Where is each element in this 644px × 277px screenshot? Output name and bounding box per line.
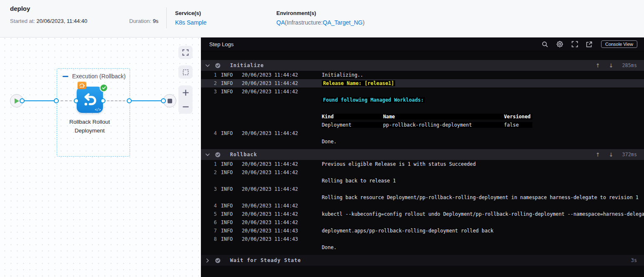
- log-settings-button[interactable]: [556, 40, 564, 48]
- section-title: Wait for Steady State: [230, 257, 631, 263]
- log-row: 4INFO20/06/2023 11:44:42: [201, 129, 644, 137]
- log-row: 5INFO20/06/2023 11:44:42kubectl --kubeco…: [201, 210, 644, 218]
- log-message: Found following Managed Workloads:: [322, 97, 425, 103]
- step-logs-panel: Step Logs: [201, 37, 644, 277]
- port: [20, 98, 25, 103]
- step-node-label[interactable]: Rollback Rollout Deployment: [60, 117, 119, 135]
- infrastructure-prefix: (Infrastructure:: [285, 19, 323, 26]
- zoom-in-button[interactable]: [178, 85, 193, 100]
- service-link[interactable]: K8s Sample: [175, 19, 206, 26]
- edge-start-to-group: [22, 100, 56, 101]
- services-block: Service(s) K8s Sample: [175, 10, 206, 26]
- open-in-new-tab-button[interactable]: [586, 41, 592, 47]
- chevron-right-icon[interactable]: [205, 258, 210, 263]
- canvas-select-button[interactable]: [178, 65, 193, 79]
- section-duration: 285ms: [622, 62, 637, 68]
- log-message: Previous eligible Release is 1 with stat…: [322, 161, 476, 167]
- status-success-icon: [215, 152, 221, 157]
- play-icon: [15, 98, 19, 104]
- log-search-button[interactable]: [542, 41, 548, 47]
- workload-table-header: KindNameVersioned: [322, 114, 532, 120]
- log-row: 7INFO20/06/2023 11:44:43deployment.apps/…: [201, 227, 644, 235]
- log-row: Rolling back to release 1: [201, 177, 644, 185]
- duration-value: 9s: [153, 18, 158, 24]
- minus-icon: [182, 106, 189, 108]
- log-section-header-rollback[interactable]: Rollback ↑ ↓ 372ms: [201, 149, 644, 160]
- log-section-header-initialize[interactable]: Initialize ↑ ↓ 285ms: [201, 60, 644, 71]
- zoom-out-button[interactable]: [178, 100, 193, 114]
- rollout-step-badge-icon: [78, 82, 86, 89]
- section-gap: [201, 252, 644, 255]
- fullscreen-icon: [182, 49, 189, 56]
- log-rows-initialize: 1INFO20/06/2023 11:44:42Initializing..2I…: [201, 71, 644, 146]
- started-at-label: Started at:: [10, 18, 35, 24]
- log-message: Done.: [322, 139, 337, 145]
- scroll-to-top-icon[interactable]: ↑: [596, 152, 600, 158]
- log-row: Rolling back resource Deployment/pp-roll…: [201, 193, 644, 202]
- collapse-minus-icon[interactable]: [63, 76, 68, 77]
- log-row: 3INFO20/06/2023 11:44:42: [201, 87, 644, 96]
- log-rows-rollback: 1INFO20/06/2023 11:44:42Previous eligibl…: [201, 160, 644, 252]
- environment-name[interactable]: QA: [276, 19, 285, 26]
- canvas-fullscreen-button[interactable]: [178, 46, 193, 59]
- infrastructure-link[interactable]: QA_Target_NG: [323, 19, 363, 26]
- infrastructure-suffix: ): [363, 19, 365, 26]
- external-link-icon: [586, 41, 592, 47]
- chevron-down-icon[interactable]: [205, 63, 210, 68]
- rollback-step-node[interactable]: </>: [77, 87, 103, 113]
- services-label: Service(s): [175, 10, 206, 16]
- port: [74, 98, 79, 103]
- scroll-to-top-icon[interactable]: ↑: [596, 62, 600, 69]
- section-duration: 372ms: [622, 152, 637, 157]
- pipeline-canvas[interactable]: Execution (Rollback) </>: [0, 37, 201, 277]
- code-glyph: </>: [95, 108, 101, 112]
- log-row: Done.: [201, 243, 644, 252]
- log-row: 2INFO20/06/2023 11:44:42Release Name: [r…: [201, 79, 644, 87]
- scroll-to-bottom-icon[interactable]: ↓: [609, 62, 614, 69]
- step-logs-title: Step Logs: [209, 41, 542, 47]
- log-row: Deploymentpp-rollback-rolling-deployment…: [201, 121, 644, 129]
- log-row: 3INFO20/06/2023 11:44:42: [201, 185, 644, 193]
- log-message: Rolling back resource Deployment/pp-roll…: [322, 195, 639, 200]
- log-row: 8INFO20/06/2023 11:44:43: [201, 235, 644, 243]
- environments-label: Environment(s): [276, 10, 365, 16]
- chevron-down-icon[interactable]: [205, 152, 210, 157]
- duration-label: Duration:: [129, 18, 151, 24]
- scroll-to-bottom-icon[interactable]: ↓: [609, 152, 614, 158]
- log-message: Release Name: [release1]: [322, 80, 395, 86]
- log-fullscreen-button[interactable]: [571, 41, 578, 47]
- execution-header: deploy Started at: 20/06/2023, 11:44:40 …: [0, 0, 644, 37]
- environments-block: Environment(s) QA(Infrastructure:QA_Targ…: [276, 10, 365, 26]
- port: [54, 98, 59, 103]
- rollback-arrow-icon: [80, 90, 100, 110]
- log-message: Done.: [322, 245, 337, 250]
- edge-group-to-end: [129, 100, 163, 101]
- log-row: 6INFO20/06/2023 11:44:42: [201, 218, 644, 227]
- gear-icon: [556, 40, 564, 48]
- log-message: deployment.apps/pp-rollback-rolling-depl…: [322, 228, 494, 234]
- step-logs-toolbar: Console View: [542, 40, 637, 48]
- started-at: Started at: 20/06/2023, 11:44:40: [10, 18, 88, 24]
- log-row: Done.: [201, 137, 644, 146]
- execution-group-label: Execution (Rollback): [63, 73, 125, 80]
- canvas-zoom-controls: [178, 85, 193, 114]
- log-message: Initializing..: [322, 72, 363, 78]
- log-message: kubectl --kubeconfig=config rollout undo…: [322, 211, 644, 217]
- log-section-header-wait-steady-state[interactable]: Wait for Steady State 3s: [201, 255, 644, 266]
- expand-icon: [571, 41, 578, 47]
- section-title: Rollback: [230, 152, 596, 157]
- status-success-icon: [215, 63, 221, 68]
- log-row: 1INFO20/06/2023 11:44:42Initializing..: [201, 71, 644, 79]
- port: [127, 98, 132, 103]
- section-title: Initialize: [230, 62, 596, 68]
- status-success-icon: [215, 258, 221, 263]
- step-success-icon: [100, 84, 108, 92]
- environment-link[interactable]: QA(Infrastructure:QA_Target_NG): [276, 19, 365, 26]
- started-at-value: 20/06/2023, 11:44:40: [37, 18, 88, 24]
- duration: Duration: 9s: [129, 18, 158, 24]
- log-row: 2INFO20/06/2023 11:44:42: [201, 168, 644, 177]
- console-view-button[interactable]: Console View: [601, 40, 637, 48]
- port: [161, 98, 166, 103]
- marquee-select-icon: [183, 69, 189, 75]
- header-divider: [166, 7, 167, 28]
